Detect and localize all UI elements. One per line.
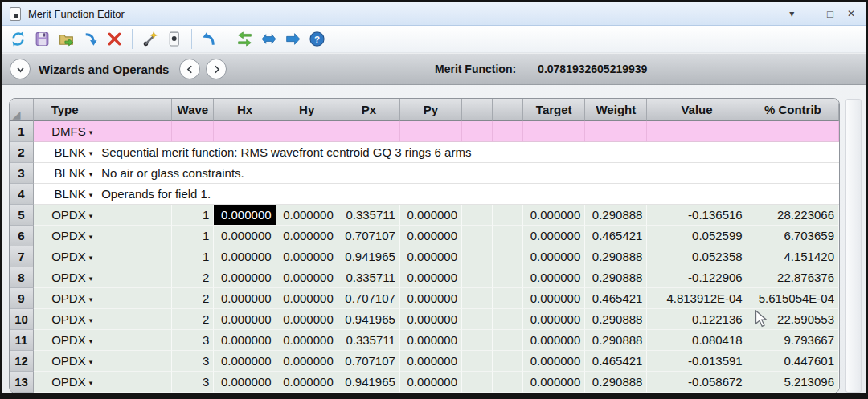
cell-weight[interactable]: 0.465421: [585, 288, 647, 309]
cell-b2[interactable]: [493, 330, 523, 351]
cell-b2[interactable]: [493, 372, 523, 393]
cell-hy[interactable]: 0.000000: [276, 246, 338, 267]
cell-weight[interactable]: 0.465421: [585, 351, 647, 372]
cell-hx[interactable]: 0.000000: [214, 267, 276, 288]
row-number[interactable]: 6: [10, 226, 34, 246]
cell-c2[interactable]: [96, 246, 172, 267]
row-number[interactable]: 12: [10, 351, 34, 372]
next-button[interactable]: [206, 59, 227, 79]
cell-weight[interactable]: 0.465421: [585, 226, 647, 246]
cell-hy[interactable]: 0.000000: [276, 267, 338, 288]
cell-target[interactable]: 0.000000: [523, 351, 585, 372]
open-icon[interactable]: [56, 29, 76, 49]
cell-px[interactable]: 0.707107: [338, 226, 400, 246]
row-number[interactable]: 7: [10, 246, 34, 267]
cell-hx[interactable]: 0.000000: [214, 226, 276, 246]
cell-target[interactable]: 0.000000: [523, 309, 585, 330]
cell-py[interactable]: 0.000000: [400, 226, 462, 246]
close-icon[interactable]: ✕: [847, 9, 855, 18]
cell-c2[interactable]: [96, 288, 172, 309]
cell-wave[interactable]: 2: [172, 288, 214, 309]
cell-b1[interactable]: [462, 309, 493, 330]
cell-hx[interactable]: 0.000000: [214, 330, 276, 351]
cell-py[interactable]: 0.000000: [400, 330, 462, 351]
cell-px[interactable]: 0.707107: [338, 351, 400, 372]
cell-value[interactable]: 0.052358: [647, 246, 747, 267]
title-bar[interactable]: Merit Function Editor ▾ – □ ✕: [2, 2, 866, 26]
undo-icon[interactable]: [199, 29, 219, 49]
cell-px[interactable]: 0.941965: [338, 309, 400, 330]
cell-empty[interactable]: [523, 121, 585, 142]
prev-button[interactable]: [179, 59, 200, 79]
cell-wave[interactable]: 3: [172, 372, 214, 393]
cell-weight[interactable]: 0.290888: [585, 309, 647, 330]
cell-contrib[interactable]: 5.213096: [747, 372, 839, 393]
cell-b1[interactable]: [462, 372, 493, 393]
cell-weight[interactable]: 0.290888: [585, 246, 647, 267]
cell-hx[interactable]: 0.000000: [214, 205, 276, 226]
cell-empty[interactable]: [585, 121, 647, 142]
cell-wave[interactable]: 1: [172, 205, 214, 226]
cell-hx[interactable]: 0.000000: [214, 246, 276, 267]
cell-px[interactable]: 0.335711: [338, 267, 400, 288]
cell-weight[interactable]: 0.290888: [585, 372, 647, 393]
cell-b1[interactable]: [462, 205, 493, 226]
cell-value[interactable]: -0.013591: [647, 351, 747, 372]
cell-py[interactable]: 0.000000: [400, 205, 462, 226]
cell-type[interactable]: OPDX▾: [34, 309, 96, 330]
cell-py[interactable]: 0.000000: [400, 351, 462, 372]
row-number[interactable]: 5: [10, 205, 34, 226]
vertical-scrollbar[interactable]: [845, 99, 862, 393]
cell-py[interactable]: 0.000000: [400, 246, 462, 267]
cell-c2[interactable]: [96, 267, 172, 288]
cell-wave[interactable]: 3: [172, 330, 214, 351]
cell-type[interactable]: DMFS▾: [34, 121, 96, 142]
expand-wizard-button[interactable]: [10, 59, 31, 79]
cell-empty[interactable]: [462, 121, 493, 142]
cell-wave[interactable]: 1: [172, 246, 214, 267]
cell-empty[interactable]: [647, 121, 747, 142]
go-icon[interactable]: [283, 29, 303, 49]
cell-c2[interactable]: [96, 372, 172, 393]
cell-wave[interactable]: 2: [172, 267, 214, 288]
cell-c2[interactable]: [96, 226, 172, 246]
window-menu-icon[interactable]: ▾: [789, 9, 794, 18]
cell-hy[interactable]: 0.000000: [276, 330, 338, 351]
cell-value[interactable]: 0.052599: [647, 226, 747, 246]
cell-comment[interactable]: Sequential merit function: RMS wavefront…: [96, 142, 839, 163]
cell-b2[interactable]: [493, 267, 523, 288]
cell-type[interactable]: OPDX▾: [34, 267, 96, 288]
cell-empty[interactable]: [172, 121, 214, 142]
cell-c2[interactable]: [96, 351, 172, 372]
cell-type[interactable]: BLNK▾: [34, 184, 96, 205]
cell-empty[interactable]: [214, 121, 276, 142]
cell-wave[interactable]: 2: [172, 309, 214, 330]
row-number[interactable]: 2: [10, 142, 34, 163]
cell-hy[interactable]: 0.000000: [276, 309, 338, 330]
cell-comment[interactable]: No air or glass constraints.: [96, 163, 839, 184]
cell-empty[interactable]: [400, 121, 462, 142]
cell-py[interactable]: 0.000000: [400, 309, 462, 330]
properties-icon[interactable]: [164, 29, 184, 49]
insert-operand-icon[interactable]: [80, 29, 100, 49]
cell-type[interactable]: OPDX▾: [34, 330, 96, 351]
cell-b1[interactable]: [462, 267, 493, 288]
cell-empty[interactable]: [338, 121, 400, 142]
cell-contrib[interactable]: 5.615054E-04: [747, 288, 839, 309]
cell-value[interactable]: 4.813912E-04: [647, 288, 747, 309]
cell-contrib[interactable]: 6.703659: [747, 226, 839, 246]
cell-px[interactable]: 0.707107: [338, 288, 400, 309]
cell-py[interactable]: 0.000000: [400, 267, 462, 288]
cell-target[interactable]: 0.000000: [523, 205, 585, 226]
cell-empty[interactable]: [493, 121, 523, 142]
cell-type[interactable]: BLNK▾: [34, 142, 96, 163]
cell-px[interactable]: 0.941965: [338, 372, 400, 393]
row-number[interactable]: 10: [10, 309, 34, 330]
cell-value[interactable]: -0.058672: [647, 372, 747, 393]
cell-hy[interactable]: 0.000000: [276, 205, 338, 226]
cell-c2[interactable]: [96, 309, 172, 330]
delete-operand-icon[interactable]: [104, 29, 125, 49]
cell-target[interactable]: 0.000000: [523, 372, 585, 393]
cell-px[interactable]: 0.941965: [338, 246, 400, 267]
cell-contrib[interactable]: 22.876376: [747, 267, 839, 288]
